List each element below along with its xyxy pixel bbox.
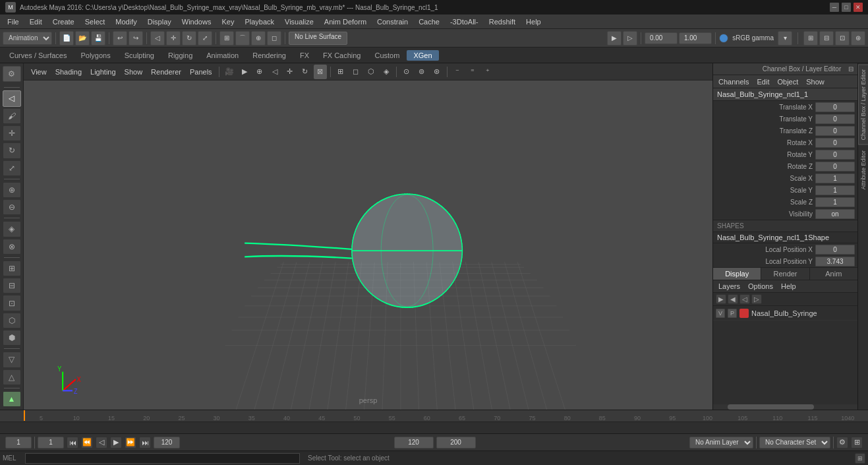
- ipr-lt[interactable]: △: [3, 369, 21, 385]
- vp-manip-btn[interactable]: ⊠: [314, 65, 327, 79]
- play-fwd-btn[interactable]: ▶: [110, 437, 122, 449]
- vp-res-low-btn[interactable]: ⁻: [451, 65, 464, 79]
- menu-redshift[interactable]: Redshift: [484, 16, 520, 27]
- tab-animation[interactable]: Animation: [200, 50, 245, 61]
- open-scene-btn[interactable]: 📂: [75, 31, 90, 46]
- vp-menu-lighting[interactable]: Lighting: [87, 67, 119, 77]
- wireframe-lt[interactable]: ⬢: [3, 330, 21, 346]
- menu-3dtoall[interactable]: -3DtoAll-: [446, 16, 483, 27]
- scale-tool-lt[interactable]: ⤢: [3, 160, 21, 176]
- tab-render[interactable]: Render: [761, 268, 809, 280]
- channel-box-expand-btn[interactable]: ⊟: [848, 65, 854, 73]
- tool-settings-lt[interactable]: ⊗: [3, 239, 21, 255]
- tab-curves-surfaces[interactable]: Curves / Surfaces: [3, 50, 73, 61]
- close-button[interactable]: ✕: [854, 3, 863, 12]
- tab-rendering[interactable]: Rendering: [246, 50, 293, 61]
- tab-fx-caching[interactable]: FX Caching: [316, 50, 367, 61]
- tab-polygons[interactable]: Polygons: [74, 50, 117, 61]
- construction-lt[interactable]: ⊟: [3, 278, 21, 294]
- vp-res-med-btn[interactable]: ⁼: [466, 65, 479, 79]
- vp-menu-panels[interactable]: Panels: [187, 67, 216, 77]
- menu-cache[interactable]: Cache: [414, 16, 444, 27]
- redo-btn[interactable]: ↪: [129, 31, 143, 46]
- char-set-dropdown[interactable]: No Character Set: [759, 437, 830, 449]
- menu-visualize[interactable]: Visualize: [280, 16, 318, 27]
- vp-anim-btn[interactable]: ▶: [238, 65, 251, 79]
- vp-light-btn[interactable]: ◈: [380, 65, 393, 79]
- layer-delete-btn[interactable]: ◁: [739, 294, 750, 304]
- tab-rigging[interactable]: Rigging: [161, 50, 199, 61]
- vp-snap-btn[interactable]: ⊕: [253, 65, 266, 79]
- vp-select-btn[interactable]: ◁: [268, 65, 281, 79]
- goto-end-btn[interactable]: ⏭: [139, 437, 151, 449]
- soft-select-lt[interactable]: ⊖: [3, 199, 21, 215]
- layer-row-nasal[interactable]: V P Nasal_Bulb_Syringe: [713, 306, 857, 321]
- channel-scale-z[interactable]: Scale Z 1: [713, 196, 857, 208]
- snap-grid-btn[interactable]: ⊞: [219, 31, 234, 46]
- snap-surface-btn[interactable]: ◻: [267, 31, 281, 46]
- range-end-input[interactable]: [436, 437, 476, 449]
- snap-curve-btn[interactable]: ⌒: [235, 31, 250, 46]
- vp-texture-btn[interactable]: ⬡: [364, 65, 378, 79]
- vp-move-btn[interactable]: ✛: [283, 65, 297, 79]
- tb-right-3[interactable]: ⊡: [835, 31, 850, 46]
- layer-color-swatch[interactable]: [739, 309, 749, 318]
- step-fwd-btn[interactable]: ⏩: [125, 437, 136, 449]
- vp-smooth-btn[interactable]: ◻: [349, 65, 362, 79]
- anim-prefs-btn[interactable]: ⊞: [851, 437, 863, 449]
- new-scene-btn[interactable]: 📄: [59, 31, 74, 46]
- rotate-tool-lt[interactable]: ↻: [3, 142, 21, 158]
- layers-scrollbar[interactable]: [713, 404, 857, 410]
- channel-translate-x[interactable]: Translate X 0: [713, 101, 857, 113]
- current-frame-input[interactable]: [5, 437, 32, 449]
- goto-start-btn[interactable]: ⏮: [67, 437, 78, 449]
- layer-attr-btn[interactable]: ▷: [751, 294, 762, 304]
- vp-menu-show[interactable]: Show: [121, 67, 146, 77]
- tab-xgen[interactable]: XGen: [407, 50, 438, 61]
- cmd-script-editor-btn[interactable]: ⊞: [855, 453, 865, 464]
- render-frame-btn[interactable]: ▷: [623, 31, 637, 46]
- channel-rotate-y[interactable]: Rotate Y 0: [713, 148, 857, 160]
- menu-select[interactable]: Select: [80, 16, 110, 27]
- left-settings-btn[interactable]: ⚙: [3, 66, 21, 82]
- vp-res-high-btn[interactable]: ⁺: [481, 65, 494, 79]
- menu-windows[interactable]: Windows: [177, 16, 216, 27]
- xgen-lt[interactable]: ▲: [3, 391, 21, 407]
- layer-playback-toggle[interactable]: P: [728, 309, 737, 318]
- channel-visibility[interactable]: Visibility on: [713, 208, 857, 220]
- maximize-button[interactable]: □: [842, 3, 851, 12]
- channel-local-pos-y[interactable]: Local Position Y 3.743: [713, 255, 857, 267]
- show-manipulator-lt[interactable]: ◈: [3, 221, 21, 237]
- camera-near-input[interactable]: [645, 32, 678, 44]
- scale-tool-btn[interactable]: ⤢: [198, 31, 212, 46]
- layers-menu-options[interactable]: Options: [745, 282, 776, 291]
- channel-scale-y[interactable]: Scale Y 1: [713, 184, 857, 196]
- vert-tab-attr-editor[interactable]: Attribute Editor: [859, 146, 868, 194]
- move-tool-btn[interactable]: ✛: [166, 31, 181, 46]
- layers-menu-help[interactable]: Help: [778, 282, 799, 291]
- channel-translate-z[interactable]: Translate Z 0: [713, 125, 857, 137]
- no-live-surface-btn[interactable]: No Live Surface: [289, 32, 347, 45]
- vert-tab-channel-box[interactable]: Channel Box / Layer Editor: [858, 65, 869, 145]
- mode-dropdown[interactable]: Animation: [3, 32, 52, 45]
- menu-constrain[interactable]: Constrain: [372, 16, 413, 27]
- menu-key[interactable]: Key: [217, 16, 239, 27]
- vp-xray-joints-btn[interactable]: ⊚: [415, 65, 428, 79]
- minimize-button[interactable]: ─: [830, 3, 839, 12]
- rotate-tool-btn[interactable]: ↻: [182, 31, 196, 46]
- layer-new-btn[interactable]: ▶: [716, 294, 726, 304]
- tab-fx[interactable]: FX: [293, 50, 316, 61]
- channel-local-pos-x[interactable]: Local Position X 0: [713, 243, 857, 255]
- vp-menu-view[interactable]: View: [28, 67, 50, 77]
- vp-xray-btn[interactable]: ⊙: [400, 65, 413, 79]
- channel-scale-x[interactable]: Scale X 1: [713, 172, 857, 184]
- undo-btn[interactable]: ↩: [113, 31, 127, 46]
- menu-file[interactable]: File: [3, 16, 24, 27]
- menu-create[interactable]: Create: [48, 16, 79, 27]
- playhead[interactable]: [24, 410, 25, 421]
- history-lt[interactable]: ⊞: [3, 261, 21, 276]
- cb-menu-channels[interactable]: Channels: [716, 77, 751, 86]
- tb-right-1[interactable]: ⊞: [803, 31, 818, 46]
- paint-tool-lt[interactable]: 🖌: [3, 108, 21, 124]
- vp-wireframe-btn[interactable]: ⊞: [334, 65, 347, 79]
